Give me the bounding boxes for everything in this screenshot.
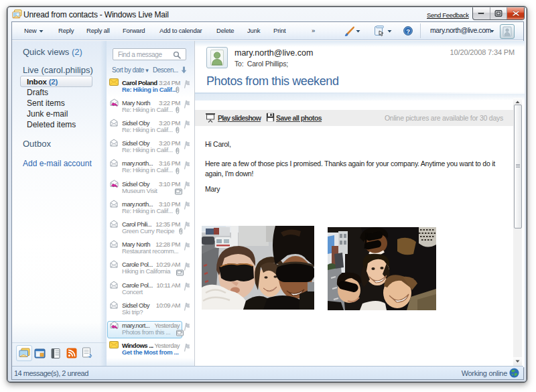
svg-text:?: ? <box>406 27 410 35</box>
